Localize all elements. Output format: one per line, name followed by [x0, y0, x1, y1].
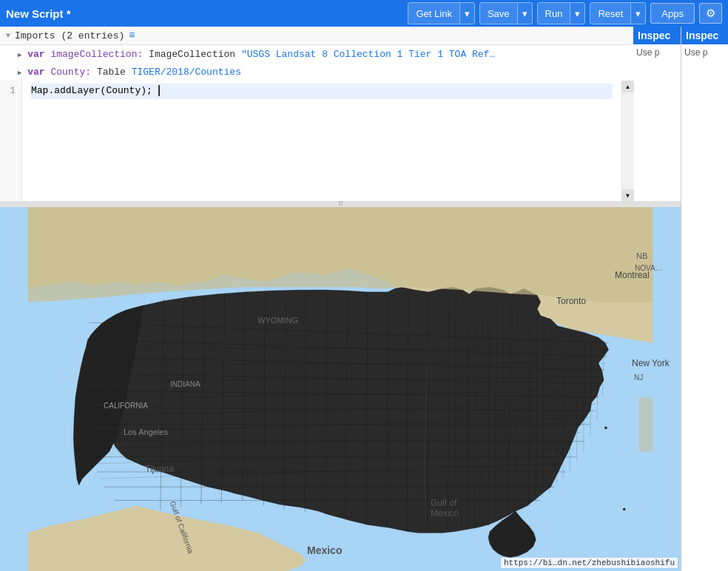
svg-point-61: [604, 426, 607, 429]
import2-value: TIGER/2018/Counties: [132, 67, 241, 78]
import1-value: "USGS Landsat 8 Collection 1 Tier 1 TOA …: [241, 49, 495, 60]
scroll-track[interactable]: [623, 92, 633, 189]
cursor: [152, 85, 160, 96]
reset-button[interactable]: Reset: [590, 3, 630, 24]
reset-group: Reset ▾: [590, 2, 646, 24]
inspector-content: Use p: [633, 44, 681, 201]
imports-collapse-icon[interactable]: ▼: [6, 32, 10, 40]
inspector-panel: Inspec Use p: [633, 27, 681, 201]
inspect-header: Inspec: [681, 27, 728, 44]
settings-button[interactable]: ⚙: [699, 3, 722, 24]
imports-bar[interactable]: ▼ Imports (2 entries) ≡: [0, 27, 633, 45]
svg-rect-60: [639, 397, 653, 451]
run-arrow[interactable]: ▾: [570, 3, 584, 24]
scroll-up-arrow[interactable]: ▲: [622, 81, 634, 92]
get-link-group: Get Link ▾: [408, 2, 474, 24]
inspector-text: Use p: [636, 47, 659, 58]
apps-button[interactable]: Apps: [650, 3, 695, 24]
run-group: Run ▾: [537, 2, 586, 24]
main-content: ▼ Imports (2 entries) ≡ ▶ var imageColle…: [0, 27, 728, 571]
import2-var: var: [27, 67, 44, 78]
get-link-button[interactable]: Get Link: [408, 3, 459, 24]
import1-var: var: [27, 49, 44, 60]
svg-point-62: [551, 451, 554, 454]
line-numbers: 1: [0, 81, 22, 201]
import1-expand-icon[interactable]: ▶: [18, 52, 21, 59]
map-container[interactable]: Montreal Toronto NB NOVA… New York NJ WY…: [0, 207, 681, 571]
import1-type: ImageCollection: [149, 49, 235, 60]
import2-expand-icon[interactable]: ▶: [18, 70, 21, 77]
import2-type: Table: [97, 67, 126, 78]
import2-name: County:: [50, 67, 91, 78]
inspect-body: Use p: [681, 44, 728, 61]
import-line-1: ▶ var imageCollection: ImageCollection "…: [0, 45, 633, 63]
save-group: Save ▾: [479, 2, 533, 24]
inspector-title: Inspec: [638, 30, 676, 41]
code-editor[interactable]: ▼ Imports (2 entries) ≡ ▶ var imageColle…: [0, 27, 633, 201]
get-link-arrow[interactable]: ▾: [459, 3, 474, 24]
import-line-2: ▶ var County: Table TIGER/2018/Counties: [0, 63, 633, 81]
save-button[interactable]: Save: [480, 3, 517, 24]
code-line-1: Map.addLayer(County);: [31, 84, 613, 99]
reset-arrow[interactable]: ▾: [630, 3, 645, 24]
line-number-1: 1: [6, 84, 16, 99]
svg-point-63: [623, 508, 626, 511]
code-body: 1 Map.addLayer(County); ▲ ▼: [0, 81, 633, 201]
url-bar: https://bi…dn.net/zhebushibiaoshifu: [501, 558, 678, 568]
right-panel: Inspec Use p: [681, 27, 728, 571]
imports-list-icon: ≡: [129, 30, 135, 41]
save-arrow[interactable]: ▾: [517, 3, 532, 24]
run-button[interactable]: Run: [538, 3, 570, 24]
map-svg: [0, 207, 681, 571]
resize-handle[interactable]: [0, 201, 681, 207]
imports-label: Imports (2 entries): [15, 30, 124, 41]
toolbar: New Script * Get Link ▾ Save ▾ Run ▾ Res…: [0, 0, 728, 27]
code-content[interactable]: Map.addLayer(County);: [22, 81, 621, 201]
code-line-1-text: Map.addLayer(County);: [31, 84, 160, 99]
editor-scrollbar[interactable]: ▲ ▼: [621, 81, 633, 201]
code-panel: ▼ Imports (2 entries) ≡ ▶ var imageColle…: [0, 27, 681, 201]
page-title: New Script *: [6, 7, 71, 20]
map-area[interactable]: Montreal Toronto NB NOVA… New York NJ WY…: [0, 207, 681, 571]
scroll-down-arrow[interactable]: ▼: [622, 189, 634, 201]
inspector-header: Inspec: [633, 27, 681, 44]
import1-name: imageCollection:: [50, 49, 143, 60]
